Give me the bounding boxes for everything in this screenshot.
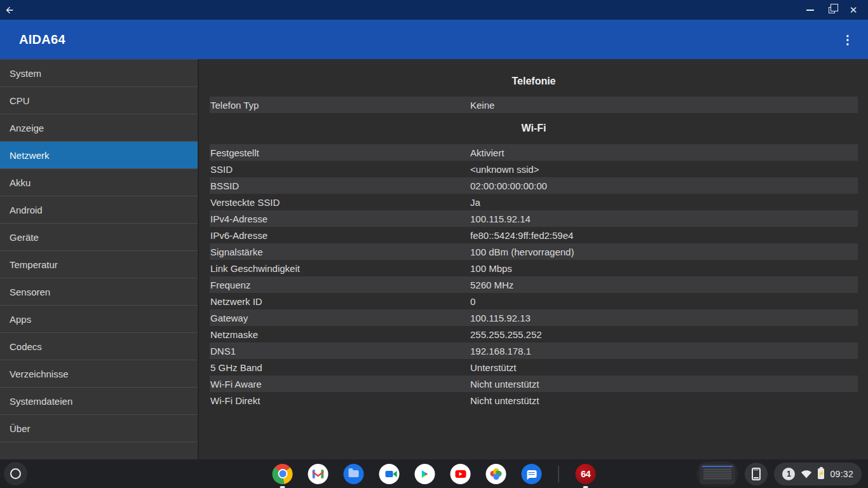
row-value: 0 [470,296,858,307]
row-label: Frequenz [210,280,470,290]
row-value: Aktiviert [470,147,858,158]
phone-icon [752,468,761,480]
sidebar-item-label: Anzeige [10,123,44,133]
system-tray[interactable]: 1 ⚡ 09:32 [774,463,862,485]
chrome-disc [273,464,293,484]
info-row: SSID <unknown ssid> [210,161,858,177]
sidebar-item-cpu[interactable]: CPU [0,87,198,114]
overflow-menu-button[interactable]: ⋮ [839,20,857,59]
info-row: Signalstärke 100 dBm (hervorragend) [210,243,858,260]
dock-separator [559,466,559,482]
restore-icon [829,7,835,13]
play-store-icon[interactable] [415,464,435,484]
photos-icon[interactable] [486,464,506,484]
chrome-icon[interactable] [273,464,293,484]
launcher-circle-icon [10,468,21,479]
sidebar-item-sensoren[interactable]: Sensoren [0,278,198,306]
sidebar-item-label: Temperatur [10,259,58,270]
sidebar-item-geräte[interactable]: Geräte [0,224,198,251]
sidebar-item-android[interactable]: Android [0,196,198,224]
row-value: 100.115.92.14 [470,214,858,224]
row-value: fe80::5424:9ff:fed2:59e4 [470,230,858,241]
sidebar-item-label: Android [10,205,43,215]
sidebar-item-netzwerk[interactable]: Netzwerk [0,142,198,169]
desk-preview-button[interactable] [696,461,738,487]
sidebar-item-verzeichnisse[interactable]: Verzeichnisse [0,360,198,388]
sidebar-item-label: Über [10,423,31,434]
aida64-icon[interactable]: 64 [576,464,596,484]
info-row: Netzwerk ID 0 [210,293,858,309]
phone-hub-button[interactable] [745,463,768,485]
row-value: Ja [470,197,858,208]
restore-button[interactable] [821,0,843,20]
sidebar-item-label: CPU [10,95,30,106]
play-triangle-glyph [420,469,430,479]
row-label: Gateway [210,313,470,323]
row-label: 5 GHz Band [210,362,470,373]
row-value: 100 dBm (hervorragend) [470,247,858,257]
row-value: Keine [470,100,858,111]
launcher-button[interactable] [4,462,27,485]
row-value: 192.168.178.1 [470,346,858,356]
row-value: Nicht unterstützt [470,395,858,406]
youtube-icon[interactable] [451,464,471,484]
window-titlebar: ✕ [0,0,868,20]
sidebar-item-codecs[interactable]: Codecs [0,333,198,360]
info-row: Netzmaske 255.255.255.252 [210,326,858,342]
sidebar-item-label: Apps [10,314,31,325]
youtube-play-glyph [455,470,466,478]
sidebar-item-system[interactable]: System [0,60,198,87]
row-value: 02:00:00:00:00:00 [470,180,858,191]
content-section: Telefonie Telefon Typ Keine [210,71,858,113]
status-tray: 1 ⚡ 09:32 [696,459,862,488]
sidebar-item-label: Codecs [10,341,42,352]
row-label: Festgestellt [210,147,470,158]
sidebar-item-temperatur[interactable]: Temperatur [0,251,198,278]
row-label: DNS1 [210,346,470,356]
bolt-glyph: ⚡ [818,471,825,477]
sidebar-item-label: Netzwerk [10,150,50,161]
sidebar-item-anzeige[interactable]: Anzeige [0,114,198,142]
minimize-button[interactable] [799,0,821,20]
window-controls: ✕ [799,0,864,20]
info-row: BSSID 02:00:00:00:00:00 [210,177,858,194]
sidebar-item-systemdateien[interactable]: Systemdateien [0,388,198,415]
messages-icon[interactable] [522,464,542,484]
sidebar-item-über[interactable]: Über [0,415,198,442]
row-value: 100 Mbps [470,263,858,274]
content-section: Wi-Fi Festgestellt Aktiviert SSID <unkno… [210,118,858,409]
wifi-icon [801,470,812,478]
row-label: Netzmaske [210,329,470,340]
sidebar-item-label: System [10,68,41,79]
back-button[interactable] [0,0,19,20]
gmail-glyph [313,470,324,478]
files-icon[interactable] [344,464,364,484]
info-row: 5 GHz Band Unterstützt [210,359,858,376]
info-row: Wi-Fi Aware Nicht unterstützt [210,376,858,392]
section-rows: Festgestellt Aktiviert SSID <unknown ssi… [210,144,858,409]
meet-icon[interactable] [379,464,400,484]
row-value: 100.115.92.13 [470,313,858,323]
sidebar-item-apps[interactable]: Apps [0,306,198,333]
arrow-left-icon [4,5,15,15]
close-button[interactable]: ✕ [843,0,864,20]
sidebar-item-label: Akku [10,177,31,188]
content-panel: Telefonie Telefon Typ Keine Wi-Fi Festge… [199,59,868,459]
row-label: Netzwerk ID [210,296,470,307]
row-label: IPv6-Adresse [210,230,470,241]
sidebar-item-label: Geräte [10,232,39,243]
minimize-icon [806,10,814,11]
gmail-icon[interactable] [308,464,329,484]
row-label: Wi-Fi Direkt [210,395,470,406]
main-area: System CPU Anzeige Netzwerk Akku Android… [0,59,868,459]
folder-glyph [349,470,359,477]
info-row: IPv6-Adresse fe80::5424:9ff:fed2:59e4 [210,227,858,243]
row-label: Wi-Fi Aware [210,379,470,390]
app-bar: AIDA64 ⋮ [0,20,868,59]
info-row: Telefon Typ Keine [210,97,858,113]
row-label: Link Geschwindigkeit [210,263,470,274]
sidebar-item-akku[interactable]: Akku [0,169,198,196]
row-value: Unterstützt [470,362,858,373]
row-value: Nicht unterstützt [470,379,858,390]
row-label: Telefon Typ [210,100,470,111]
